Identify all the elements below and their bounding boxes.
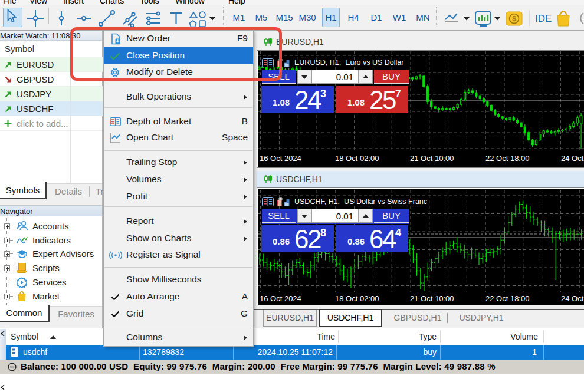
- svg-text:IDE: IDE: [535, 13, 552, 24]
- svg-text:$: $: [512, 15, 516, 23]
